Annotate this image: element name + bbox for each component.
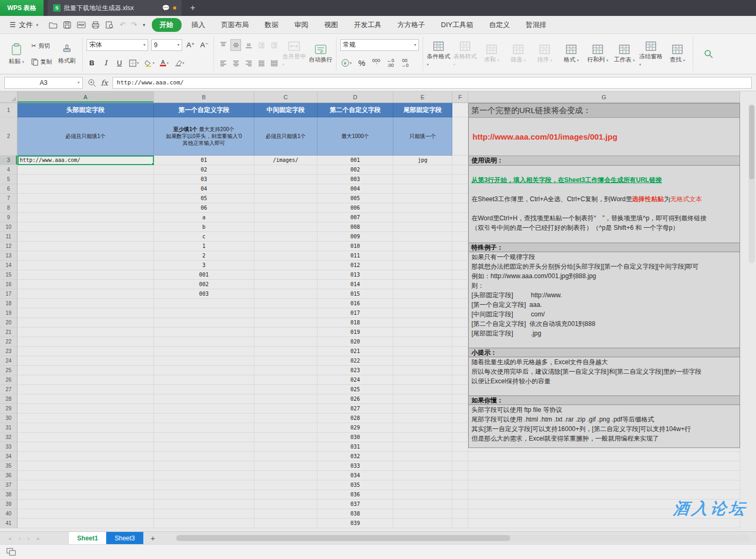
cell[interactable] xyxy=(254,490,317,500)
cell[interactable] xyxy=(393,471,452,480)
menu-tab-4[interactable]: 视图 xyxy=(317,18,345,32)
cell[interactable] xyxy=(18,213,154,222)
cell[interactable]: 034 xyxy=(317,471,393,480)
cell[interactable] xyxy=(18,194,154,203)
cell[interactable] xyxy=(18,337,154,347)
cell[interactable] xyxy=(393,490,452,500)
cell[interactable] xyxy=(452,242,468,251)
cell[interactable] xyxy=(154,404,254,414)
menu-tab-1[interactable]: 页面布局 xyxy=(214,18,256,32)
cell[interactable] xyxy=(154,318,254,328)
cell[interactable] xyxy=(393,423,452,433)
row-header-11[interactable]: 11 xyxy=(0,232,18,242)
cell[interactable]: 017 xyxy=(317,308,393,318)
formula-input[interactable]: http://www.aaa.com/ xyxy=(113,77,752,89)
cell[interactable]: 018 xyxy=(317,318,393,328)
cell[interactable]: 028 xyxy=(317,414,393,423)
cell[interactable] xyxy=(254,519,317,528)
cell[interactable] xyxy=(393,452,452,461)
row-header-7[interactable]: 7 xyxy=(0,194,18,203)
decrease-indent-icon[interactable] xyxy=(256,39,267,51)
currency-button[interactable]: ¥▾ xyxy=(340,57,353,69)
column-header-C[interactable]: C xyxy=(254,91,317,103)
cell[interactable] xyxy=(452,103,468,117)
cell[interactable] xyxy=(254,442,317,452)
menu-tab-8[interactable]: 自定义 xyxy=(482,18,517,32)
cell[interactable] xyxy=(154,500,254,509)
row-header-10[interactable]: 10 xyxy=(0,222,18,232)
cell[interactable] xyxy=(18,232,154,242)
cell[interactable] xyxy=(154,328,254,337)
cell[interactable] xyxy=(18,404,154,414)
cell[interactable] xyxy=(393,242,452,251)
cell[interactable] xyxy=(154,414,254,423)
cell[interactable]: 04 xyxy=(154,184,254,194)
cell[interactable] xyxy=(393,308,452,318)
row-header-25[interactable]: 25 xyxy=(0,366,18,375)
cell[interactable] xyxy=(254,184,317,194)
desc-cell[interactable]: 必须且只能填1个 xyxy=(18,117,154,156)
row-header-39[interactable]: 39 xyxy=(0,500,18,509)
cell[interactable] xyxy=(18,433,154,442)
cell[interactable] xyxy=(254,461,317,471)
cell[interactable] xyxy=(452,308,468,318)
cell[interactable] xyxy=(393,337,452,347)
row-header-20[interactable]: 20 xyxy=(0,318,18,328)
row-header-31[interactable]: 31 xyxy=(0,423,18,433)
row-header-14[interactable]: 14 xyxy=(0,261,18,270)
row-header-1[interactable]: 1 xyxy=(0,103,18,117)
cell[interactable] xyxy=(452,203,468,213)
cell[interactable] xyxy=(393,366,452,375)
cell[interactable] xyxy=(452,423,468,433)
cell[interactable] xyxy=(393,318,452,328)
cell[interactable]: 015 xyxy=(317,289,393,299)
cell[interactable] xyxy=(154,461,254,471)
cell[interactable] xyxy=(254,213,317,222)
cell[interactable] xyxy=(154,433,254,442)
search-overflow-button[interactable] xyxy=(697,37,720,71)
cell[interactable] xyxy=(18,423,154,433)
ribbon-button-8[interactable]: 冻结窗格 ▾ xyxy=(639,37,663,71)
cell[interactable] xyxy=(154,480,254,490)
cell[interactable] xyxy=(468,452,740,461)
cell[interactable] xyxy=(154,375,254,385)
cut-button[interactable]: ✂剪切 xyxy=(31,39,52,53)
cell[interactable] xyxy=(393,280,452,289)
cell[interactable] xyxy=(254,480,317,490)
cell[interactable] xyxy=(18,480,154,490)
cell[interactable] xyxy=(452,509,468,519)
add-sheet-button[interactable]: + xyxy=(143,532,162,544)
cell[interactable] xyxy=(18,270,154,280)
cell[interactable] xyxy=(154,519,254,528)
column-header-A[interactable]: A xyxy=(18,91,154,103)
cell[interactable] xyxy=(254,404,317,414)
document-tab[interactable]: S 批量下载地址生成器.xlsx 💬 xyxy=(48,0,182,16)
row-header-37[interactable]: 37 xyxy=(0,480,18,490)
column-header-D[interactable]: D xyxy=(317,91,393,103)
row-header-13[interactable]: 13 xyxy=(0,251,18,261)
cell[interactable] xyxy=(18,414,154,423)
cell[interactable] xyxy=(393,194,452,203)
cell[interactable] xyxy=(18,222,154,232)
column-header-F[interactable]: F xyxy=(452,91,468,103)
cell[interactable] xyxy=(452,194,468,203)
row-header-6[interactable]: 6 xyxy=(0,184,18,194)
print-preview-icon[interactable] xyxy=(106,21,114,29)
cell[interactable] xyxy=(393,289,452,299)
align-middle-icon[interactable] xyxy=(230,39,241,51)
sheet-tab-Sheet3[interactable]: Sheet3 xyxy=(106,532,143,544)
cell[interactable] xyxy=(254,452,317,461)
menu-tab-home[interactable]: 开始 xyxy=(152,18,182,32)
row-header-41[interactable]: 41 xyxy=(0,519,18,528)
cell[interactable] xyxy=(393,261,452,270)
cell[interactable] xyxy=(254,289,317,299)
sheet-tab-Sheet1[interactable]: Sheet1 xyxy=(69,532,106,544)
cell[interactable] xyxy=(254,251,317,261)
cell[interactable] xyxy=(452,480,468,490)
cell[interactable] xyxy=(452,519,468,528)
underline-button[interactable]: U xyxy=(114,57,125,69)
cell[interactable] xyxy=(452,452,468,461)
cell[interactable] xyxy=(452,165,468,175)
row-header-19[interactable]: 19 xyxy=(0,308,18,318)
cell[interactable]: 003 xyxy=(317,175,393,184)
